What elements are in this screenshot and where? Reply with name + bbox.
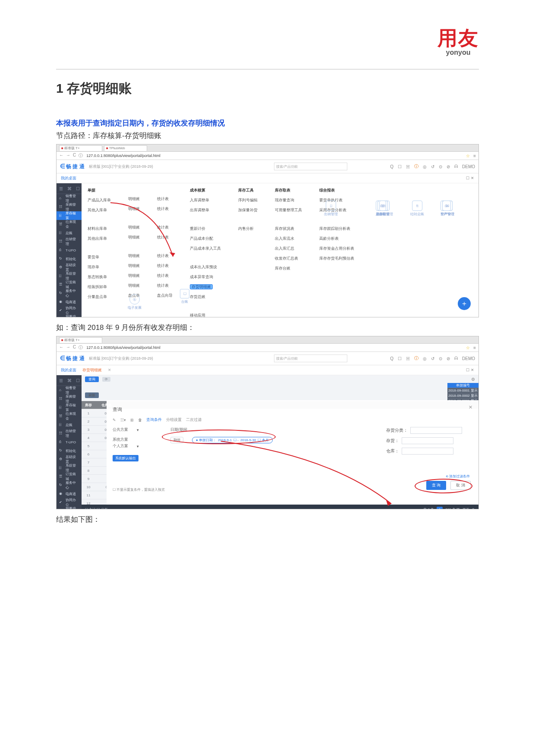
menu-item[interactable]: 出入库汇总 <box>275 246 302 251</box>
sidebar-item[interactable]: ↻初始化 <box>57 254 82 263</box>
browser-tab[interactable]: ■标准版 T+ <box>59 337 102 343</box>
back-icon[interactable]: ← <box>59 345 63 351</box>
sidebar-item[interactable]: ▶我要贷款 <box>57 315 82 317</box>
menu-item[interactable]: 其他出库单 <box>88 236 111 242</box>
sidebar-item[interactable]: ⌸系统管理 <box>57 464 82 472</box>
menu-item[interactable]: 统计表 <box>157 283 173 289</box>
search-icon[interactable]: Q <box>390 164 393 169</box>
tab-home[interactable]: 我的桌面 <box>61 367 76 373</box>
menu-icon[interactable]: ≡ <box>473 345 476 350</box>
tab-current[interactable]: 存货明细账 <box>82 367 102 373</box>
trash-icon[interactable]: 🗑 <box>138 418 142 422</box>
sidebar-item[interactable]: ✔协同办公 <box>57 306 82 315</box>
sidebar-item[interactable]: ☷采购管理 <box>57 395 82 403</box>
stock-input[interactable] <box>402 437 453 444</box>
sidebar-item[interactable]: ☷采购管理 <box>57 203 82 211</box>
reload-icon[interactable]: C <box>73 153 76 159</box>
sidebar-item[interactable]: ☱往来现金 <box>57 220 82 229</box>
menu-item[interactable]: 高龄分析表 <box>319 236 354 242</box>
sidebar-item[interactable]: ⚙基础设置 <box>57 263 82 272</box>
forward-icon[interactable]: → <box>66 345 70 351</box>
menu-item[interactable]: 明细账 <box>128 283 140 289</box>
sidebar-item[interactable]: ⚙基础设置 <box>57 455 82 464</box>
refresh-chip[interactable]: 刷新 <box>85 392 99 398</box>
grid-icon[interactable]: ⊞ <box>130 418 134 422</box>
calendar-icon[interactable]: ☐ <box>398 164 402 169</box>
menu-item[interactable]: 库存状况表 <box>275 226 302 232</box>
menu-item[interactable]: 成本异常查询 <box>190 274 221 280</box>
menu-item[interactable]: 现存单 <box>88 264 111 270</box>
menu-item[interactable]: 其他入库单 <box>88 207 111 213</box>
sidebar-item[interactable]: ⌸总账 <box>57 229 82 237</box>
clock-icon[interactable]: ⊙ <box>439 164 442 169</box>
menu-item[interactable]: 现存量查询 <box>275 198 302 203</box>
menu-item[interactable]: 材料出库单 <box>88 226 111 232</box>
window-controls[interactable]: ☐ ✕ <box>466 176 474 180</box>
forward-icon[interactable]: → <box>66 153 70 159</box>
notify-icon[interactable]: ⓘ <box>414 163 419 169</box>
username[interactable]: DEMO <box>462 356 475 361</box>
edit-icon[interactable]: ✎ <box>113 418 116 422</box>
menu-icon[interactable]: ≡ <box>473 154 476 158</box>
apps-icon[interactable]: ☵ <box>406 356 410 361</box>
headset-icon[interactable]: ◎ <box>423 164 427 169</box>
username[interactable]: DEMO <box>462 164 475 169</box>
sidebar-item[interactable]: ◉电商通 <box>57 298 82 306</box>
menu-item[interactable]: 移动应用 <box>190 313 221 317</box>
browser-tab[interactable]: ■TPlusWeb <box>104 145 147 151</box>
menu-item[interactable]: 盘点向导 <box>157 293 173 298</box>
back-icon[interactable]: ← <box>59 153 63 159</box>
add-condition-link[interactable]: 添加过滤条件 <box>446 474 470 479</box>
user-icon[interactable]: ᗣ <box>454 164 458 169</box>
sidebar-item[interactable]: ⎙T-UFO <box>57 246 82 254</box>
menu-item[interactable]: 分量盘点单 <box>88 294 111 300</box>
notify-icon[interactable]: ⓘ <box>414 355 419 361</box>
menu-item[interactable]: 库存资金占用分析表 <box>319 246 354 251</box>
menu-item[interactable]: 组装拆卸单 <box>88 284 111 290</box>
page-number[interactable]: 1 <box>437 507 443 509</box>
sidebar-item[interactable]: ↻服务中心 <box>57 289 82 298</box>
sidebar-item[interactable]: ☰订货商城 <box>57 280 82 289</box>
menu-item[interactable]: 可用量整理工具 <box>275 207 302 213</box>
sidebar-item[interactable]: ⌸系统管理 <box>57 272 82 280</box>
efapiao-node[interactable]: ㊎ 电子发票 <box>128 294 142 310</box>
help-icon[interactable]: ⊘ <box>447 356 450 361</box>
phone-icon[interactable]: ↺ <box>431 164 434 169</box>
menu-item[interactable]: 库存台账 <box>275 266 302 271</box>
sidebar-item[interactable]: ◉电商通 <box>57 489 82 498</box>
sidebar-item[interactable]: ⌂销售管理 <box>57 194 82 203</box>
info-icon[interactable]: ⓘ <box>79 345 83 351</box>
system-default-chip[interactable]: 系统默认输出 <box>113 455 138 461</box>
menu-item[interactable]: 库存存货毛利预估表 <box>319 256 354 261</box>
window-controls[interactable]: ☐ ✕ <box>466 368 474 372</box>
menu-item[interactable]: 成本出入库预设 <box>190 264 221 270</box>
menu-item[interactable]: 明细账 <box>128 263 140 269</box>
search-icon[interactable]: Q <box>390 356 393 361</box>
ledger-node[interactable]: ☐ 台账 <box>180 289 189 304</box>
phone-icon[interactable]: ↺ <box>431 356 434 361</box>
search-input[interactable]: 搜索/产品功能 <box>274 163 347 170</box>
sidebar-grid-icon[interactable]: ⌘ <box>67 186 72 191</box>
menu-item[interactable]: 存货明细账 <box>190 284 221 290</box>
sidebar-item[interactable]: ✔协同办公 <box>57 498 82 507</box>
fab-add-button[interactable]: ＋ <box>458 297 471 310</box>
browser-tab[interactable]: ■标准版 T+ <box>59 145 102 151</box>
star-icon[interactable]: ☆ <box>466 154 470 158</box>
menu-item[interactable]: 明细账 <box>128 273 140 279</box>
headset-icon[interactable]: ◎ <box>423 356 427 361</box>
sidebar-item[interactable]: ↻初始化 <box>57 446 82 455</box>
menu-item[interactable]: 要货单 <box>88 254 111 260</box>
category-input[interactable] <box>410 427 462 434</box>
info-icon[interactable]: ⓘ <box>79 153 83 159</box>
help-icon[interactable]: ⊘ <box>447 164 450 169</box>
search-input[interactable]: 搜索/产品功能 <box>274 354 347 362</box>
calendar-icon[interactable]: ☐ <box>398 356 402 361</box>
menu-item[interactable]: 统计表 <box>157 263 173 269</box>
user-icon[interactable]: ᗣ <box>454 356 458 361</box>
sidebar-item[interactable]: ☷出纳管理 <box>57 429 82 438</box>
sidebar-item[interactable]: ☷出纳管理 <box>57 237 82 246</box>
menu-item[interactable]: 统计表 <box>157 273 173 279</box>
sidebar-box-icon[interactable]: ☐ <box>76 186 80 191</box>
group-icon[interactable]: ☷▾ <box>120 418 126 422</box>
menu-item[interactable]: 形态转换单 <box>88 274 111 280</box>
